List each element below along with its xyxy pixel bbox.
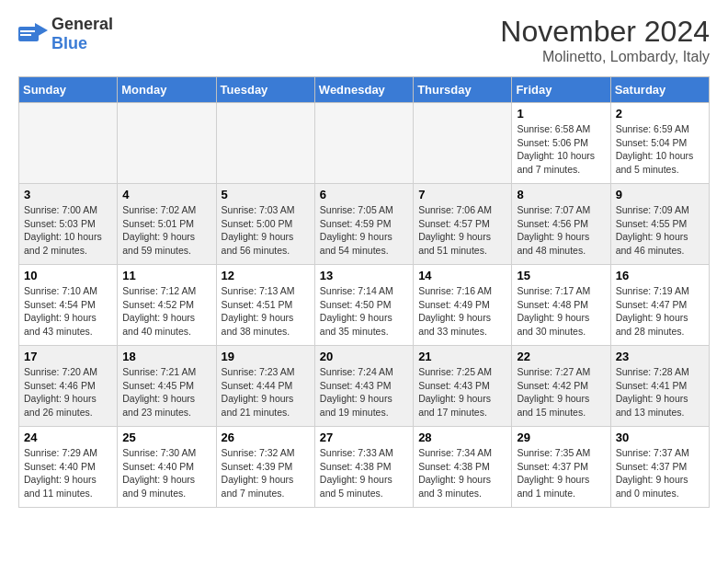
calendar-cell: 11Sunrise: 7:12 AM Sunset: 4:52 PM Dayli… [118,265,216,346]
calendar-cell: 20Sunrise: 7:24 AM Sunset: 4:43 PM Dayli… [314,346,413,427]
day-info: Sunrise: 7:33 AM Sunset: 4:38 PM Dayligh… [320,446,408,500]
day-info: Sunrise: 7:30 AM Sunset: 4:40 PM Dayligh… [122,446,210,500]
day-info: Sunrise: 7:13 AM Sunset: 4:51 PM Dayligh… [222,284,310,339]
day-number: 2 [616,107,704,121]
day-number: 3 [24,188,112,201]
day-info: Sunrise: 7:21 AM Sunset: 4:45 PM Dayligh… [122,365,210,419]
day-number: 27 [320,431,408,444]
calendar-cell [314,103,413,184]
day-number: 15 [517,269,605,282]
logo-icon [18,23,48,45]
calendar-cell: 16Sunrise: 7:19 AM Sunset: 4:47 PM Dayli… [610,265,709,346]
day-info: Sunrise: 7:03 AM Sunset: 5:00 PM Dayligh… [222,203,310,258]
day-info: Sunrise: 7:28 AM Sunset: 4:41 PM Dayligh… [616,365,704,419]
calendar-cell: 5Sunrise: 7:03 AM Sunset: 5:00 PM Daylig… [216,184,314,265]
week-row-5: 24Sunrise: 7:29 AM Sunset: 4:40 PM Dayli… [19,427,710,508]
weekday-header-sunday: Sunday [19,77,118,103]
calendar-cell: 28Sunrise: 7:34 AM Sunset: 4:38 PM Dayli… [414,427,512,508]
day-info: Sunrise: 6:58 AM Sunset: 5:06 PM Dayligh… [517,122,605,177]
calendar-cell: 9Sunrise: 7:09 AM Sunset: 4:55 PM Daylig… [610,184,709,265]
day-info: Sunrise: 7:32 AM Sunset: 4:39 PM Dayligh… [222,446,310,500]
day-number: 9 [616,188,704,201]
calendar-cell: 22Sunrise: 7:27 AM Sunset: 4:42 PM Dayli… [512,346,610,427]
calendar-cell: 15Sunrise: 7:17 AM Sunset: 4:48 PM Dayli… [512,265,610,346]
calendar-cell: 1Sunrise: 6:58 AM Sunset: 5:06 PM Daylig… [512,103,610,184]
logo-general: General [51,15,113,33]
calendar-cell: 3Sunrise: 7:00 AM Sunset: 5:03 PM Daylig… [19,184,118,265]
weekday-header-thursday: Thursday [414,77,512,103]
week-row-1: 1Sunrise: 6:58 AM Sunset: 5:06 PM Daylig… [19,103,710,184]
day-info: Sunrise: 7:37 AM Sunset: 4:37 PM Dayligh… [616,446,704,500]
calendar-table: SundayMondayTuesdayWednesdayThursdayFrid… [18,76,710,508]
day-info: Sunrise: 7:35 AM Sunset: 4:37 PM Dayligh… [517,446,605,500]
day-number: 17 [24,350,112,363]
day-info: Sunrise: 7:02 AM Sunset: 5:01 PM Dayligh… [122,203,210,258]
day-info: Sunrise: 7:16 AM Sunset: 4:49 PM Dayligh… [418,284,506,339]
calendar-cell: 6Sunrise: 7:05 AM Sunset: 4:59 PM Daylig… [314,184,413,265]
weekday-header-tuesday: Tuesday [216,77,314,103]
day-info: Sunrise: 7:07 AM Sunset: 4:56 PM Dayligh… [517,203,605,258]
day-number: 26 [222,431,310,444]
calendar-cell [414,103,512,184]
svg-rect-2 [20,30,35,32]
calendar-cell: 8Sunrise: 7:07 AM Sunset: 4:56 PM Daylig… [512,184,610,265]
day-number: 30 [616,431,704,444]
day-number: 20 [320,350,408,363]
calendar-cell: 24Sunrise: 7:29 AM Sunset: 4:40 PM Dayli… [19,427,118,508]
calendar-cell [216,103,314,184]
header: General Blue November 2024 Molinetto, Lo… [18,15,710,65]
weekday-header-saturday: Saturday [610,77,709,103]
day-number: 18 [122,350,210,363]
day-info: Sunrise: 7:00 AM Sunset: 5:03 PM Dayligh… [24,203,112,258]
day-number: 6 [320,188,408,201]
calendar-cell [118,103,216,184]
day-number: 14 [418,269,506,282]
day-number: 11 [122,269,210,282]
day-number: 5 [222,188,310,201]
calendar-cell: 14Sunrise: 7:16 AM Sunset: 4:49 PM Dayli… [414,265,512,346]
day-info: Sunrise: 7:25 AM Sunset: 4:43 PM Dayligh… [418,365,506,419]
calendar-cell: 21Sunrise: 7:25 AM Sunset: 4:43 PM Dayli… [414,346,512,427]
calendar-cell: 12Sunrise: 7:13 AM Sunset: 4:51 PM Dayli… [216,265,314,346]
calendar-cell: 10Sunrise: 7:10 AM Sunset: 4:54 PM Dayli… [19,265,118,346]
calendar-cell: 30Sunrise: 7:37 AM Sunset: 4:37 PM Dayli… [610,427,709,508]
calendar-cell: 27Sunrise: 7:33 AM Sunset: 4:38 PM Dayli… [314,427,413,508]
week-row-4: 17Sunrise: 7:20 AM Sunset: 4:46 PM Dayli… [19,346,710,427]
week-row-3: 10Sunrise: 7:10 AM Sunset: 4:54 PM Dayli… [19,265,710,346]
day-info: Sunrise: 7:14 AM Sunset: 4:50 PM Dayligh… [320,284,408,339]
calendar-cell: 17Sunrise: 7:20 AM Sunset: 4:46 PM Dayli… [19,346,118,427]
logo-text: General Blue [51,15,113,53]
day-number: 25 [122,431,210,444]
day-number: 29 [517,431,605,444]
day-info: Sunrise: 7:17 AM Sunset: 4:48 PM Dayligh… [517,284,605,339]
calendar-cell: 25Sunrise: 7:30 AM Sunset: 4:40 PM Dayli… [118,427,216,508]
day-info: Sunrise: 7:10 AM Sunset: 4:54 PM Dayligh… [24,284,112,339]
svg-rect-3 [20,34,31,36]
day-number: 7 [418,188,506,201]
calendar-cell: 7Sunrise: 7:06 AM Sunset: 4:57 PM Daylig… [414,184,512,265]
day-number: 8 [517,188,605,201]
day-number: 22 [517,350,605,363]
day-info: Sunrise: 7:23 AM Sunset: 4:44 PM Dayligh… [222,365,310,419]
calendar-cell: 23Sunrise: 7:28 AM Sunset: 4:41 PM Dayli… [610,346,709,427]
main-container: General Blue November 2024 Molinetto, Lo… [0,0,728,523]
svg-marker-1 [35,23,48,38]
title-area: November 2024 Molinetto, Lombardy, Italy [500,15,710,65]
day-info: Sunrise: 7:20 AM Sunset: 4:46 PM Dayligh… [24,365,112,419]
weekday-header-monday: Monday [118,77,216,103]
week-row-2: 3Sunrise: 7:00 AM Sunset: 5:03 PM Daylig… [19,184,710,265]
day-number: 12 [222,269,310,282]
day-number: 28 [418,431,506,444]
calendar-cell: 26Sunrise: 7:32 AM Sunset: 4:39 PM Dayli… [216,427,314,508]
calendar-cell: 19Sunrise: 7:23 AM Sunset: 4:44 PM Dayli… [216,346,314,427]
logo: General Blue [18,15,113,53]
day-number: 21 [418,350,506,363]
month-title: November 2024 [500,15,710,49]
calendar-cell: 4Sunrise: 7:02 AM Sunset: 5:01 PM Daylig… [118,184,216,265]
logo-blue: Blue [51,34,87,52]
day-info: Sunrise: 7:19 AM Sunset: 4:47 PM Dayligh… [616,284,704,339]
day-number: 23 [616,350,704,363]
weekday-header-row: SundayMondayTuesdayWednesdayThursdayFrid… [19,77,710,103]
weekday-header-wednesday: Wednesday [314,77,413,103]
day-number: 4 [122,188,210,201]
